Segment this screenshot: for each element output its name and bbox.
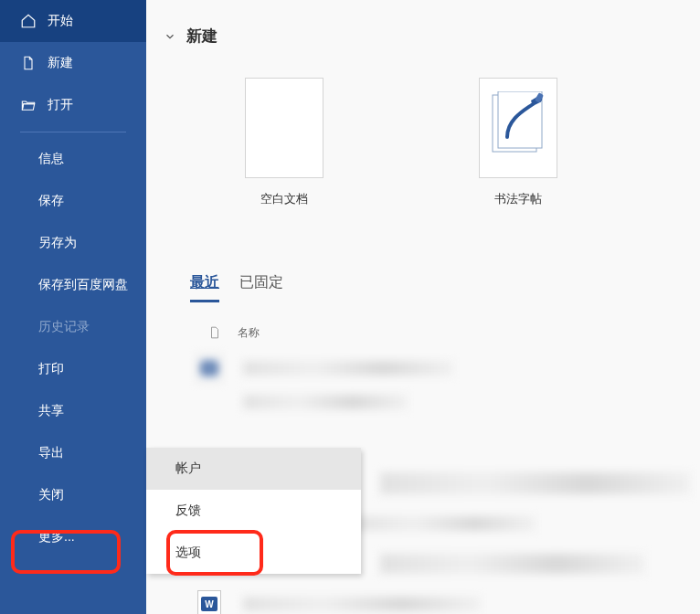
template-thumbnail [479, 78, 557, 178]
recent-list-header: 名称 [146, 302, 700, 348]
popup-item-label: 帐户 [175, 460, 201, 477]
sidebar-item-label: 信息 [38, 151, 64, 167]
sidebar-item-new[interactable]: 新建 [0, 42, 146, 84]
sidebar-item-print[interactable]: 打印 [0, 348, 146, 390]
recent-tabs: 最近 已固定 [146, 207, 700, 302]
tab-label: 最近 [190, 274, 219, 290]
document-icon [207, 324, 223, 341]
sidebar-item-label: 打印 [38, 361, 64, 377]
tab-pinned[interactable]: 已固定 [239, 273, 283, 302]
calligraphy-brush-icon [489, 91, 547, 164]
template-blank-document[interactable]: 空白文档 [245, 78, 323, 207]
more-popup-menu: 帐户 反馈 选项 [146, 448, 361, 574]
sidebar-item-close[interactable]: 关闭 [0, 474, 146, 516]
sidebar-item-export[interactable]: 导出 [0, 432, 146, 474]
chevron-down-icon [163, 29, 177, 44]
template-calligraphy[interactable]: 书法字帖 [479, 78, 557, 207]
word-document-icon: W [197, 590, 221, 614]
recent-document-row[interactable] [197, 388, 700, 416]
section-new-header[interactable]: 新建 [146, 0, 700, 59]
sidebar-item-history: 历史记录 [0, 306, 146, 348]
sidebar-item-open[interactable]: 打开 [0, 84, 146, 126]
sidebar-item-save[interactable]: 保存 [0, 180, 146, 222]
sidebar-item-label: 保存到百度网盘 [38, 277, 128, 293]
column-name-label: 名称 [238, 325, 260, 341]
sidebar-item-label: 导出 [38, 445, 64, 461]
backstage-sidebar: 开始 新建 打开 信息 保存 另存为 保存到百度网盘 历史记录 打印 共享 导出… [0, 0, 146, 614]
recent-document-row[interactable]: W [197, 584, 700, 614]
sidebar-item-label: 新建 [48, 55, 73, 71]
sidebar-item-label: 更多... [38, 529, 75, 545]
document-icon [20, 55, 37, 71]
sidebar-item-label: 打开 [48, 97, 73, 113]
sidebar-item-label: 开始 [48, 13, 73, 29]
recent-document-row[interactable]: W [197, 348, 700, 388]
sidebar-divider [20, 132, 126, 132]
tab-recent[interactable]: 最近 [190, 273, 219, 302]
sidebar-item-label: 共享 [38, 403, 64, 419]
sidebar-item-info[interactable]: 信息 [0, 138, 146, 180]
sidebar-item-saveas[interactable]: 另存为 [0, 222, 146, 264]
sidebar-item-label: 历史记录 [38, 319, 90, 335]
template-label: 书法字帖 [494, 191, 542, 207]
popup-item-label: 反馈 [175, 503, 201, 519]
template-label: 空白文档 [260, 191, 308, 207]
sidebar-item-more[interactable]: 更多... [0, 516, 146, 558]
word-document-icon: W [197, 355, 221, 382]
popup-item-options[interactable]: 选项 [146, 532, 361, 574]
template-thumbnail [245, 78, 323, 178]
popup-item-feedback[interactable]: 反馈 [146, 490, 361, 532]
templates-row: 空白文档 书法字帖 [146, 59, 700, 207]
sidebar-item-label: 保存 [38, 193, 64, 209]
sidebar-item-label: 关闭 [38, 487, 64, 503]
sidebar-item-save-baidu[interactable]: 保存到百度网盘 [0, 264, 146, 306]
folder-open-icon [20, 97, 37, 113]
sidebar-item-share[interactable]: 共享 [0, 390, 146, 432]
popup-item-account[interactable]: 帐户 [146, 448, 361, 490]
tab-label: 已固定 [239, 274, 283, 290]
home-icon [20, 13, 37, 29]
section-title: 新建 [186, 26, 217, 47]
popup-item-label: 选项 [175, 545, 201, 561]
sidebar-item-label: 另存为 [38, 235, 77, 251]
sidebar-item-home[interactable]: 开始 [0, 0, 146, 42]
